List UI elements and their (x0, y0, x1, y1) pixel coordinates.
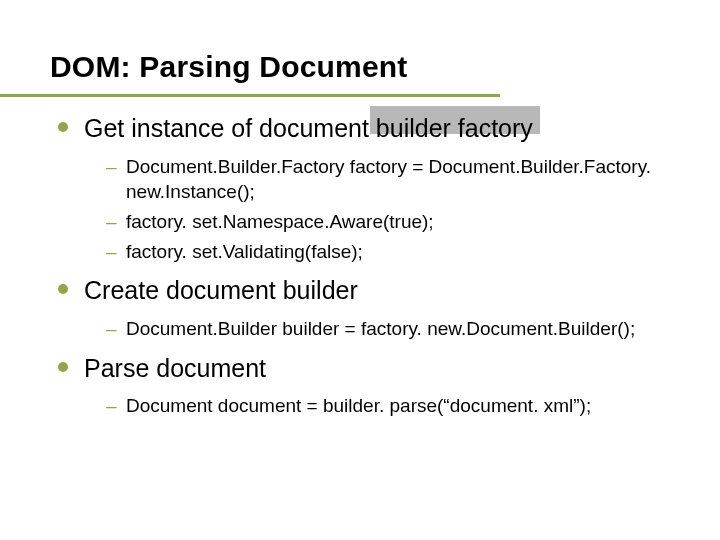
title-area: DOM: Parsing Document (50, 50, 680, 84)
list-item: Create document builder Document.Builder… (58, 274, 680, 341)
bullet-list: Get instance of document builder factory… (58, 112, 680, 419)
list-item-label: Get instance of document builder factory (84, 112, 680, 146)
sub-list: Document.Builder.Factory factory = Docum… (106, 154, 680, 265)
sub-list-item: Document.Builder builder = factory. new.… (106, 316, 680, 342)
sub-list-item: Document document = builder. parse(“docu… (106, 393, 680, 419)
sub-list-item: factory. set.Namespace.Aware(true); (106, 209, 680, 235)
list-item: Get instance of document builder factory… (58, 112, 680, 264)
sub-list: Document.Builder builder = factory. new.… (106, 316, 680, 342)
accent-line (0, 94, 500, 97)
list-item: Parse document Document document = build… (58, 352, 680, 419)
sub-list-item: factory. set.Validating(false); (106, 239, 680, 265)
slide-title: DOM: Parsing Document (50, 50, 680, 84)
list-item-label: Create document builder (84, 274, 680, 308)
list-item-label: Parse document (84, 352, 680, 386)
sub-list-item: Document.Builder.Factory factory = Docum… (106, 154, 680, 205)
sub-list: Document document = builder. parse(“docu… (106, 393, 680, 419)
slide: DOM: Parsing Document Get instance of do… (0, 0, 720, 459)
